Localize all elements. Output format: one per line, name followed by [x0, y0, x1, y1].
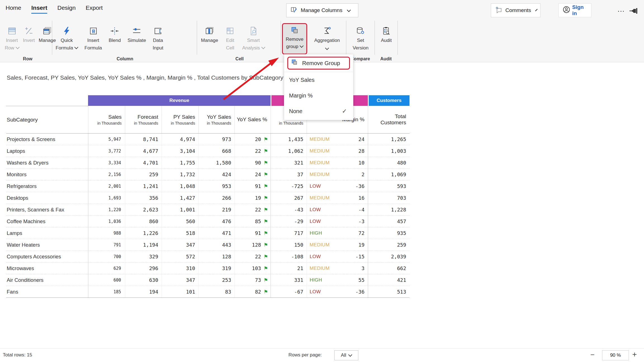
cell-sales[interactable]: 1,693 [88, 192, 125, 204]
audit-button[interactable]: Audit [378, 23, 395, 44]
cell-yoy-sales[interactable]: 128 [198, 251, 235, 262]
cell-subcategory[interactable]: Fans [6, 286, 88, 297]
cell-py-sales[interactable]: 1,048 [162, 180, 198, 192]
cell-margin[interactable]: 717 [271, 227, 307, 239]
menu-export[interactable]: Export [86, 4, 103, 11]
cell-margin-pct[interactable]: MEDIUM28 [307, 145, 368, 157]
cell-yoy-sales[interactable]: 973 [198, 134, 235, 145]
cell-forecast[interactable]: 860 [125, 216, 162, 227]
cell-sales[interactable]: 988 [88, 227, 125, 239]
manage-columns-button[interactable]: Manage Columns [286, 3, 358, 17]
cell-total-customers[interactable]: 421 [368, 274, 409, 286]
cell-subcategory[interactable]: Monitors [6, 169, 88, 180]
menu-item-yoy-sales[interactable]: YoY Sales [284, 72, 353, 88]
invert-button[interactable]: Invert [21, 23, 37, 44]
table-row[interactable]: Desktops1,6933561,42726619⚑267MEDIUM1670… [6, 192, 409, 204]
cell-margin-pct[interactable]: MEDIUM2 [307, 169, 368, 180]
cell-margin-pct[interactable]: LOW-36 [307, 286, 368, 297]
cell-py-sales[interactable]: 101 [162, 286, 198, 297]
cell-yoy-sales-pct[interactable]: 24⚑ [235, 169, 271, 180]
column-header-py-sales[interactable]: PY Sales in Thousands [162, 106, 198, 133]
cell-subcategory[interactable]: Lamps [6, 227, 88, 239]
column-header-total-customers[interactable]: Total Customers [368, 106, 409, 133]
cell-yoy-sales-pct[interactable]: 91⚑ [235, 227, 271, 239]
cell-forecast[interactable]: 259 [125, 169, 162, 180]
cell-py-sales[interactable]: 347 [162, 274, 198, 286]
cell-subcategory[interactable]: Projectors & Screens [6, 134, 88, 145]
cell-margin-pct[interactable]: MEDIUM24 [307, 134, 368, 145]
cell-yoy-sales[interactable]: 319 [198, 263, 235, 274]
cell-py-sales[interactable]: 1,001 [162, 204, 198, 215]
cell-margin[interactable]: -67 [271, 286, 307, 297]
cell-total-customers[interactable]: 1,069 [368, 169, 409, 180]
cell-margin-pct[interactable]: MEDIUM3 [307, 263, 368, 274]
cell-forecast[interactable]: 2,623 [125, 204, 162, 215]
cell-forecast[interactable]: 8,741 [125, 134, 162, 145]
cell-total-customers[interactable]: 1,228 [368, 204, 409, 215]
cell-py-sales[interactable]: 1,755 [162, 157, 198, 168]
cell-yoy-sales[interactable]: 266 [198, 192, 235, 204]
simulate-button[interactable]: Simulate [126, 23, 148, 44]
menu-insert[interactable]: Insert [31, 4, 47, 11]
cell-total-customers[interactable]: 2,039 [368, 251, 409, 262]
more-options-button[interactable]: … [617, 5, 625, 14]
band-customers[interactable]: Customers [368, 95, 409, 106]
cell-subcategory[interactable]: Printers, Scanners & Fax [6, 204, 88, 215]
table-row[interactable]: Fans1851941018382⚑-67LOW-36513 [6, 286, 409, 297]
cell-yoy-sales-pct[interactable]: 22⚑ [235, 145, 271, 157]
cell-yoy-sales-pct[interactable]: 128⚑ [235, 239, 271, 251]
cell-total-customers[interactable]: 935 [368, 227, 409, 239]
cell-total-customers[interactable]: 1,265 [368, 134, 409, 145]
cell-forecast[interactable]: 630 [125, 274, 162, 286]
cell-total-customers[interactable]: 703 [368, 192, 409, 204]
cell-py-sales[interactable]: 1,732 [162, 169, 198, 180]
cell-margin[interactable]: 321 [271, 157, 307, 168]
menu-design[interactable]: Design [57, 4, 75, 11]
column-header-yoy-sales-pct[interactable]: YoY Sales % [235, 106, 271, 133]
menu-home[interactable]: Home [6, 4, 21, 11]
cell-yoy-sales-pct[interactable]: 73⚑ [235, 274, 271, 286]
cell-yoy-sales[interactable]: 253 [198, 274, 235, 286]
cell-yoy-sales-pct[interactable]: 19⚑ [235, 192, 271, 204]
cell-forecast[interactable]: 329 [125, 251, 162, 262]
cell-yoy-sales[interactable]: 443 [198, 239, 235, 251]
cell-subcategory[interactable]: Laptops [6, 145, 88, 157]
sign-in-button[interactable]: Sign in [558, 3, 591, 17]
cell-py-sales[interactable]: 572 [162, 251, 198, 262]
menu-item-remove-group[interactable]: Remove Group [287, 57, 350, 70]
table-row[interactable]: Projectors & Screens5,9478,7414,97497320… [6, 134, 409, 145]
cell-subcategory[interactable]: Coffee Machines [6, 216, 88, 227]
cell-sales[interactable]: 629 [88, 263, 125, 274]
cell-sales[interactable]: 185 [88, 286, 125, 297]
cell-yoy-sales[interactable]: 219 [198, 204, 235, 215]
cell-yoy-sales-pct[interactable]: 85⚑ [235, 216, 271, 227]
zoom-in-button[interactable]: + [632, 350, 637, 359]
cell-margin[interactable]: 21 [271, 263, 307, 274]
cell-margin[interactable]: -29 [271, 216, 307, 227]
cell-yoy-sales-pct[interactable]: 20⚑ [235, 134, 271, 145]
table-row[interactable]: Coffee Machines1,03686056047685⚑-29LOW-3… [6, 215, 409, 227]
cell-margin[interactable]: 331 [271, 274, 307, 286]
cell-sales[interactable]: 2,001 [88, 180, 125, 192]
cell-forecast[interactable]: 194 [125, 286, 162, 297]
cell-forecast[interactable]: 1,241 [125, 180, 162, 192]
table-row[interactable]: Microwaves629296310319103⚑21MEDIUM3662 [6, 262, 409, 274]
rows-per-page-select[interactable]: All [334, 350, 358, 360]
cell-forecast[interactable]: 296 [125, 263, 162, 274]
cell-subcategory[interactable]: Washers & Dryers [6, 157, 88, 168]
cell-margin[interactable]: 1,062 [271, 145, 307, 157]
cell-margin-pct[interactable]: LOW-3 [307, 216, 368, 227]
cell-forecast[interactable]: 1,194 [125, 239, 162, 251]
column-header-forecast[interactable]: Forecast in Thousands [125, 106, 162, 133]
cell-subcategory[interactable]: Microwaves [6, 263, 88, 274]
cell-py-sales[interactable]: 3,104 [162, 145, 198, 157]
cell-subcategory[interactable]: Desktops [6, 192, 88, 204]
cell-yoy-sales-pct[interactable]: 82⚑ [235, 286, 271, 297]
cell-yoy-sales[interactable]: 476 [198, 216, 235, 227]
cell-yoy-sales[interactable]: 83 [198, 286, 235, 297]
table-row[interactable]: Computers Accessories70032957212822⚑-108… [6, 251, 409, 262]
smart-analysis-button[interactable]: Smart Analysis [240, 23, 266, 52]
edit-cell-button[interactable]: Edit Cell [223, 23, 237, 52]
cell-sales[interactable]: 2,156 [88, 169, 125, 180]
cell-margin[interactable]: 150 [271, 239, 307, 251]
